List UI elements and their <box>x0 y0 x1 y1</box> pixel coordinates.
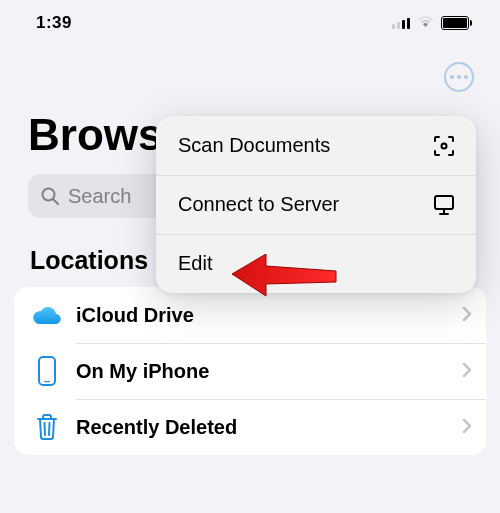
svg-rect-3 <box>44 381 50 382</box>
svg-line-4 <box>45 423 46 435</box>
menu-label: Edit <box>178 252 212 275</box>
header-actions <box>0 46 500 92</box>
iphone-icon <box>28 356 66 386</box>
location-label: iCloud Drive <box>76 304 462 327</box>
cloud-icon <box>28 304 66 326</box>
menu-scan-documents[interactable]: Scan Documents <box>156 116 476 175</box>
more-button[interactable] <box>444 62 474 92</box>
chevron-right-icon <box>462 302 472 328</box>
status-bar: 1:39 <box>0 0 500 46</box>
menu-label: Scan Documents <box>178 134 330 157</box>
menu-connect-server[interactable]: Connect to Server <box>156 175 476 234</box>
locations-list: iCloud Drive On My iPhone Recentl <box>14 287 486 455</box>
menu-label: Connect to Server <box>178 193 339 216</box>
svg-point-0 <box>43 189 55 201</box>
status-time: 1:39 <box>36 13 72 33</box>
location-label: On My iPhone <box>76 360 462 383</box>
server-icon <box>432 193 456 217</box>
svg-rect-2 <box>39 357 55 385</box>
search-placeholder: Search <box>68 185 131 208</box>
svg-line-5 <box>49 423 50 435</box>
location-row-icloud[interactable]: iCloud Drive <box>14 287 486 343</box>
chevron-right-icon <box>462 414 472 440</box>
wifi-icon <box>416 14 435 32</box>
location-label: Recently Deleted <box>76 416 462 439</box>
svg-point-6 <box>442 143 447 148</box>
context-menu: Scan Documents Connect to Server Edit <box>156 116 476 293</box>
chevron-right-icon <box>462 358 472 384</box>
svg-rect-7 <box>435 196 453 209</box>
search-icon <box>40 186 60 206</box>
status-indicators <box>392 14 472 32</box>
cellular-icon <box>392 18 410 29</box>
scan-icon <box>432 134 456 158</box>
battery-icon <box>441 16 472 30</box>
trash-icon <box>28 413 66 441</box>
svg-line-1 <box>54 200 59 205</box>
location-row-onmyiphone[interactable]: On My iPhone <box>14 343 486 399</box>
location-row-recentlydeleted[interactable]: Recently Deleted <box>14 399 486 455</box>
menu-edit[interactable]: Edit <box>156 234 476 293</box>
